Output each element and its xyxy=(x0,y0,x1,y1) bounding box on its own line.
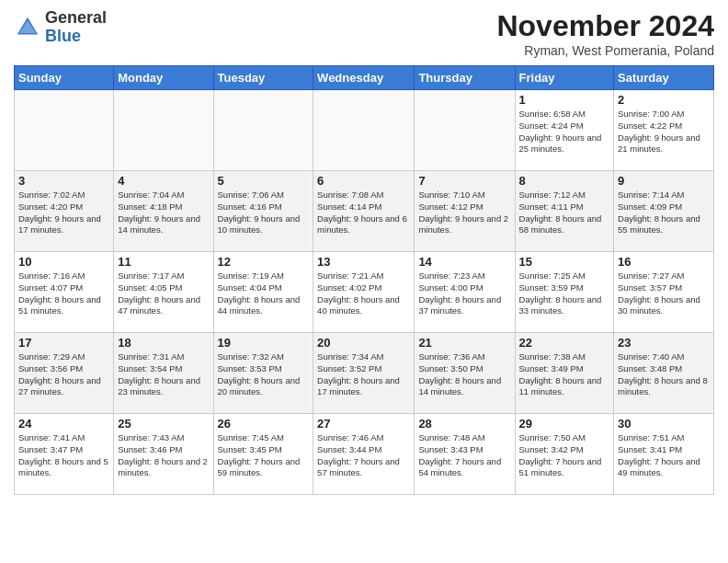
day-number: 21 xyxy=(418,336,510,350)
day-header-friday: Friday xyxy=(515,66,614,90)
calendar-cell: 25Sunrise: 7:43 AM Sunset: 3:46 PM Dayli… xyxy=(114,414,213,495)
day-number: 17 xyxy=(18,336,109,350)
calendar-cell xyxy=(114,90,213,171)
header: General Blue November 2024 Ryman, West P… xyxy=(14,9,714,58)
calendar-cell: 21Sunrise: 7:36 AM Sunset: 3:50 PM Dayli… xyxy=(415,333,515,414)
calendar-cell: 27Sunrise: 7:46 AM Sunset: 3:44 PM Dayli… xyxy=(313,414,415,495)
calendar-cell: 23Sunrise: 7:40 AM Sunset: 3:48 PM Dayli… xyxy=(614,333,714,414)
calendar-cell: 8Sunrise: 7:12 AM Sunset: 4:11 PM Daylig… xyxy=(515,171,614,252)
day-info: Sunrise: 7:31 AM Sunset: 3:54 PM Dayligh… xyxy=(118,351,209,398)
day-number: 15 xyxy=(519,255,610,269)
day-info: Sunrise: 7:48 AM Sunset: 3:43 PM Dayligh… xyxy=(418,432,510,479)
day-number: 26 xyxy=(218,417,310,431)
day-info: Sunrise: 7:25 AM Sunset: 3:59 PM Dayligh… xyxy=(519,270,610,317)
day-number: 9 xyxy=(618,174,710,188)
month-title: November 2024 xyxy=(496,9,714,43)
calendar-cell: 15Sunrise: 7:25 AM Sunset: 3:59 PM Dayli… xyxy=(515,252,614,333)
day-info: Sunrise: 7:34 AM Sunset: 3:52 PM Dayligh… xyxy=(317,351,410,398)
day-info: Sunrise: 7:00 AM Sunset: 4:22 PM Dayligh… xyxy=(618,109,710,155)
logo-text: General Blue xyxy=(45,9,107,46)
day-info: Sunrise: 6:58 AM Sunset: 4:24 PM Dayligh… xyxy=(519,109,610,155)
calendar-week-1: 1Sunrise: 6:58 AM Sunset: 4:24 PM Daylig… xyxy=(15,90,714,171)
day-info: Sunrise: 7:50 AM Sunset: 3:42 PM Dayligh… xyxy=(519,432,610,479)
day-info: Sunrise: 7:38 AM Sunset: 3:49 PM Dayligh… xyxy=(519,351,610,398)
logo-blue-text: Blue xyxy=(45,28,107,46)
calendar-cell: 6Sunrise: 7:08 AM Sunset: 4:14 PM Daylig… xyxy=(313,171,415,252)
location-subtitle: Ryman, West Pomerania, Poland xyxy=(496,43,714,58)
day-info: Sunrise: 7:36 AM Sunset: 3:50 PM Dayligh… xyxy=(418,351,510,398)
day-header-monday: Monday xyxy=(114,66,213,90)
calendar-cell xyxy=(213,90,313,171)
day-number: 1 xyxy=(519,93,610,107)
day-number: 5 xyxy=(218,174,310,188)
calendar-week-3: 10Sunrise: 7:16 AM Sunset: 4:07 PM Dayli… xyxy=(15,252,714,333)
day-info: Sunrise: 7:12 AM Sunset: 4:11 PM Dayligh… xyxy=(519,190,610,236)
day-number: 12 xyxy=(218,255,310,269)
day-info: Sunrise: 7:14 AM Sunset: 4:09 PM Dayligh… xyxy=(618,190,710,236)
day-number: 8 xyxy=(519,174,610,188)
day-number: 30 xyxy=(618,417,710,431)
calendar-cell: 7Sunrise: 7:10 AM Sunset: 4:12 PM Daylig… xyxy=(415,171,515,252)
calendar-cell: 18Sunrise: 7:31 AM Sunset: 3:54 PM Dayli… xyxy=(114,333,213,414)
calendar-cell: 1Sunrise: 6:58 AM Sunset: 4:24 PM Daylig… xyxy=(515,90,614,171)
day-number: 16 xyxy=(618,255,710,269)
day-header-thursday: Thursday xyxy=(415,66,515,90)
day-info: Sunrise: 7:27 AM Sunset: 3:57 PM Dayligh… xyxy=(618,270,710,317)
day-info: Sunrise: 7:32 AM Sunset: 3:53 PM Dayligh… xyxy=(218,351,310,398)
day-info: Sunrise: 7:17 AM Sunset: 4:05 PM Dayligh… xyxy=(118,270,209,317)
day-info: Sunrise: 7:46 AM Sunset: 3:44 PM Dayligh… xyxy=(317,432,410,479)
day-number: 28 xyxy=(418,417,510,431)
calendar-table: SundayMondayTuesdayWednesdayThursdayFrid… xyxy=(14,65,714,495)
day-number: 4 xyxy=(118,174,209,188)
day-number: 18 xyxy=(118,336,209,350)
calendar-cell: 5Sunrise: 7:06 AM Sunset: 4:16 PM Daylig… xyxy=(213,171,313,252)
day-number: 6 xyxy=(317,174,410,188)
day-number: 27 xyxy=(317,417,410,431)
header-row: SundayMondayTuesdayWednesdayThursdayFrid… xyxy=(15,66,714,90)
day-info: Sunrise: 7:21 AM Sunset: 4:02 PM Dayligh… xyxy=(317,270,410,317)
day-info: Sunrise: 7:06 AM Sunset: 4:16 PM Dayligh… xyxy=(218,190,310,236)
calendar-cell: 20Sunrise: 7:34 AM Sunset: 3:52 PM Dayli… xyxy=(313,333,415,414)
calendar-cell: 29Sunrise: 7:50 AM Sunset: 3:42 PM Dayli… xyxy=(515,414,614,495)
calendar-cell: 16Sunrise: 7:27 AM Sunset: 3:57 PM Dayli… xyxy=(614,252,714,333)
day-number: 19 xyxy=(218,336,310,350)
day-info: Sunrise: 7:04 AM Sunset: 4:18 PM Dayligh… xyxy=(118,190,209,236)
day-info: Sunrise: 7:40 AM Sunset: 3:48 PM Dayligh… xyxy=(618,351,710,398)
calendar-cell: 24Sunrise: 7:41 AM Sunset: 3:47 PM Dayli… xyxy=(15,414,114,495)
day-number: 14 xyxy=(418,255,510,269)
calendar-cell: 12Sunrise: 7:19 AM Sunset: 4:04 PM Dayli… xyxy=(213,252,313,333)
day-info: Sunrise: 7:23 AM Sunset: 4:00 PM Dayligh… xyxy=(418,270,510,317)
day-info: Sunrise: 7:08 AM Sunset: 4:14 PM Dayligh… xyxy=(317,190,410,236)
calendar-cell: 13Sunrise: 7:21 AM Sunset: 4:02 PM Dayli… xyxy=(313,252,415,333)
calendar-cell xyxy=(313,90,415,171)
calendar-cell: 3Sunrise: 7:02 AM Sunset: 4:20 PM Daylig… xyxy=(15,171,114,252)
day-header-sunday: Sunday xyxy=(15,66,114,90)
calendar-cell: 30Sunrise: 7:51 AM Sunset: 3:41 PM Dayli… xyxy=(614,414,714,495)
calendar-cell xyxy=(15,90,114,171)
day-info: Sunrise: 7:45 AM Sunset: 3:45 PM Dayligh… xyxy=(218,432,310,479)
day-info: Sunrise: 7:10 AM Sunset: 4:12 PM Dayligh… xyxy=(418,190,510,236)
calendar-week-2: 3Sunrise: 7:02 AM Sunset: 4:20 PM Daylig… xyxy=(15,171,714,252)
day-header-tuesday: Tuesday xyxy=(213,66,313,90)
calendar-cell: 22Sunrise: 7:38 AM Sunset: 3:49 PM Dayli… xyxy=(515,333,614,414)
day-info: Sunrise: 7:19 AM Sunset: 4:04 PM Dayligh… xyxy=(218,270,310,317)
day-number: 7 xyxy=(418,174,510,188)
day-header-wednesday: Wednesday xyxy=(313,66,415,90)
day-number: 24 xyxy=(18,417,109,431)
calendar-cell xyxy=(415,90,515,171)
day-number: 13 xyxy=(317,255,410,269)
day-header-saturday: Saturday xyxy=(614,66,714,90)
calendar-cell: 14Sunrise: 7:23 AM Sunset: 4:00 PM Dayli… xyxy=(415,252,515,333)
calendar-cell: 19Sunrise: 7:32 AM Sunset: 3:53 PM Dayli… xyxy=(213,333,313,414)
calendar-cell: 11Sunrise: 7:17 AM Sunset: 4:05 PM Dayli… xyxy=(114,252,213,333)
calendar-cell: 2Sunrise: 7:00 AM Sunset: 4:22 PM Daylig… xyxy=(614,90,714,171)
day-number: 11 xyxy=(118,255,209,269)
main-container: General Blue November 2024 Ryman, West P… xyxy=(0,0,728,500)
logo-general-text: General xyxy=(45,9,107,28)
day-info: Sunrise: 7:16 AM Sunset: 4:07 PM Dayligh… xyxy=(18,270,109,317)
day-number: 22 xyxy=(519,336,610,350)
day-number: 29 xyxy=(519,417,610,431)
logo-icon xyxy=(14,14,41,41)
calendar-cell: 4Sunrise: 7:04 AM Sunset: 4:18 PM Daylig… xyxy=(114,171,213,252)
calendar-cell: 10Sunrise: 7:16 AM Sunset: 4:07 PM Dayli… xyxy=(15,252,114,333)
